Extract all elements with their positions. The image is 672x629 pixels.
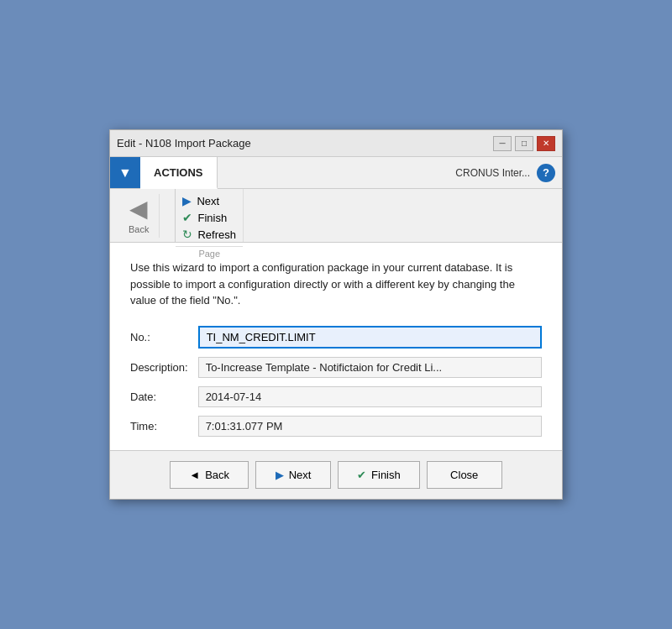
description-label: Description: xyxy=(130,361,198,374)
close-button[interactable]: ✕ xyxy=(537,136,555,151)
tab-actions[interactable]: ACTIONS xyxy=(140,157,218,189)
ribbon-dropdown-button[interactable]: ▼ xyxy=(110,157,140,188)
back-ribbon-button[interactable]: ◀ Back xyxy=(118,194,160,238)
next-ribbon-icon: ▶ xyxy=(182,194,192,207)
back-button-label: Back xyxy=(205,469,229,481)
ribbon-next-button[interactable]: ▶ Next xyxy=(176,192,243,209)
ribbon-items-container: ▶ Next ✔ Finish ↻ Refresh xyxy=(176,189,243,246)
time-label: Time: xyxy=(130,420,198,432)
finish-button[interactable]: ✔ Finish xyxy=(338,461,420,489)
ribbon-right: CRONUS Inter... ? xyxy=(218,157,563,188)
title-bar: Edit - N108 Import Package ─ □ ✕ xyxy=(110,130,562,157)
bottom-bar: ◄ Back ▶ Next ✔ Finish Close xyxy=(110,450,562,499)
close-bottom-button[interactable]: Close xyxy=(427,461,502,489)
back-arrow-icon: ◀ xyxy=(129,197,148,221)
wizard-content: Use this wizard to import a configuratio… xyxy=(110,243,562,450)
ribbon-refresh-label: Refresh xyxy=(197,228,236,241)
ribbon-actions-area: ◀ Back ▶ Next ✔ Finish ↻ Refresh Pa xyxy=(110,189,562,243)
ribbon-back-section: ◀ Back xyxy=(110,189,176,242)
company-name: CRONUS Inter... xyxy=(455,167,530,179)
no-label: No.: xyxy=(130,331,198,343)
finish-button-label: Finish xyxy=(371,469,401,481)
maximize-button[interactable]: □ xyxy=(515,136,533,151)
window-title: Edit - N108 Import Package xyxy=(117,137,251,149)
main-window: Edit - N108 Import Package ─ □ ✕ ▼ ACTIO… xyxy=(109,129,563,500)
help-button[interactable]: ? xyxy=(537,164,555,182)
date-label: Date: xyxy=(130,391,198,403)
ribbon-next-label: Next xyxy=(197,195,219,207)
ribbon-refresh-button[interactable]: ↻ Refresh xyxy=(176,226,243,243)
description-input[interactable] xyxy=(198,357,542,378)
back-button[interactable]: ◄ Back xyxy=(170,461,249,489)
wizard-description: Use this wizard to import a configuratio… xyxy=(130,259,542,309)
ribbon-finish-label: Finish xyxy=(197,212,227,224)
window-controls: ─ □ ✕ xyxy=(493,136,555,151)
ribbon-finish-button[interactable]: ✔ Finish xyxy=(176,209,243,226)
refresh-ribbon-icon: ↻ xyxy=(182,228,192,241)
back-button-icon: ◄ xyxy=(189,469,200,481)
form-fields: No.: Description: Date: Time: xyxy=(130,326,542,437)
next-button-label: Next xyxy=(289,469,312,481)
date-input[interactable] xyxy=(198,386,542,407)
ribbon-top: ▼ ACTIONS CRONUS Inter... ? xyxy=(110,157,562,189)
next-button-icon: ▶ xyxy=(276,469,284,481)
no-input[interactable] xyxy=(198,326,542,349)
close-bottom-label: Close xyxy=(450,469,478,481)
finish-ribbon-icon: ✔ xyxy=(182,211,192,224)
minimize-button[interactable]: ─ xyxy=(493,136,512,151)
time-input[interactable] xyxy=(198,416,542,437)
back-label: Back xyxy=(129,224,149,234)
finish-button-icon: ✔ xyxy=(357,469,366,481)
ribbon-page-group: ▶ Next ✔ Finish ↻ Refresh Page xyxy=(176,189,244,242)
next-button[interactable]: ▶ Next xyxy=(255,461,331,489)
